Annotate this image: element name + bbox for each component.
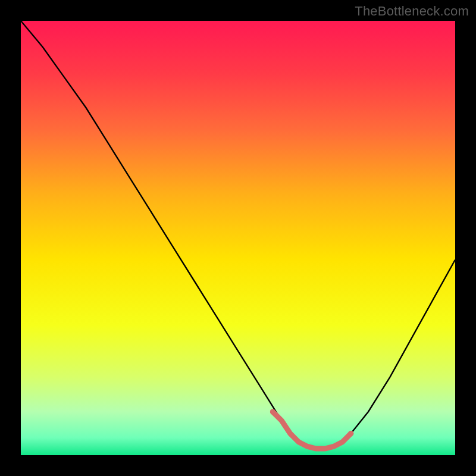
watermark-text: TheBottleneck.com — [355, 4, 469, 19]
gradient-background — [21, 21, 455, 455]
highlight-point — [348, 431, 353, 436]
plot-area — [21, 21, 455, 455]
chart-svg — [21, 21, 455, 455]
highlight-point — [270, 409, 275, 415]
chart-root: TheBottleneck.com — [0, 0, 476, 476]
